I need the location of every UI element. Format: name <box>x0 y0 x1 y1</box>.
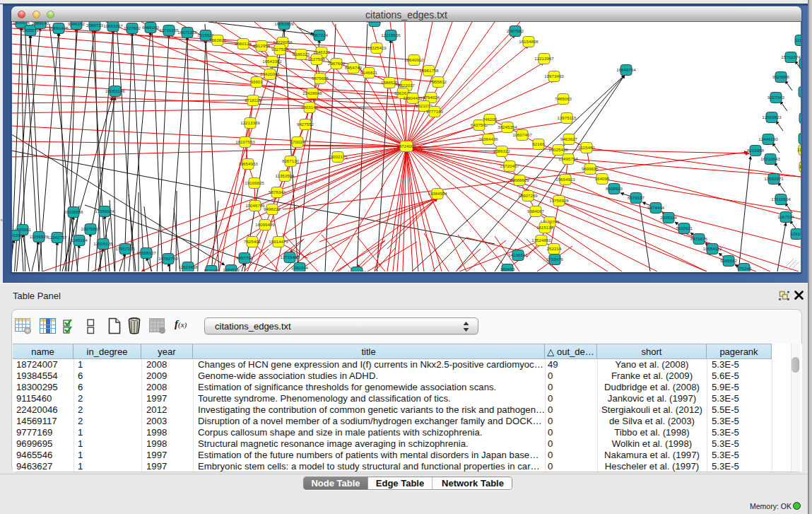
svg-text:5875685: 5875685 <box>312 76 329 81</box>
svg-text:9474444: 9474444 <box>647 205 665 210</box>
svg-text:12213967: 12213967 <box>534 56 554 61</box>
svg-text:13495794: 13495794 <box>558 156 578 161</box>
svg-text:116262: 116262 <box>797 147 801 152</box>
svg-text:2386322: 2386322 <box>493 148 511 153</box>
svg-text:10607467: 10607467 <box>512 132 532 137</box>
svg-text:9777169: 9777169 <box>426 109 444 114</box>
svg-text:2967608: 2967608 <box>328 61 346 66</box>
svg-text:7955812: 7955812 <box>430 79 447 84</box>
svg-text:7663822: 7663822 <box>209 37 227 42</box>
svg-text:12923468: 12923468 <box>178 264 198 269</box>
svg-text:16099489: 16099489 <box>255 222 275 227</box>
svg-text:13923468: 13923468 <box>347 269 367 271</box>
svg-text:9327504: 9327504 <box>271 47 289 52</box>
svg-text:11156829: 11156829 <box>30 234 49 239</box>
svg-text:16671355: 16671355 <box>177 30 197 35</box>
svg-text:9699695: 9699695 <box>582 166 599 171</box>
svg-text:16210643: 16210643 <box>760 156 780 161</box>
svg-text:13002175: 13002175 <box>328 154 348 159</box>
svg-text:19756928: 19756928 <box>549 198 569 203</box>
svg-text:19654923: 19654923 <box>555 177 575 182</box>
svg-text:15720407: 15720407 <box>500 163 519 168</box>
svg-text:2089140: 2089140 <box>32 22 49 25</box>
svg-text:10654112: 10654112 <box>702 246 722 251</box>
svg-text:1588520: 1588520 <box>381 80 399 85</box>
svg-text:18907269: 18907269 <box>518 193 538 198</box>
svg-text:6579197: 6579197 <box>628 195 645 200</box>
svg-text:2803144: 2803144 <box>301 105 319 110</box>
svg-text:8813054: 8813054 <box>366 22 384 23</box>
svg-text:8938923: 8938923 <box>606 186 623 191</box>
svg-text:1092344: 1092344 <box>291 265 309 270</box>
svg-text:13592971: 13592971 <box>764 176 784 181</box>
svg-text:18724007: 18724007 <box>396 144 416 148</box>
svg-text:7625402: 7625402 <box>244 239 261 244</box>
svg-text:7357224: 7357224 <box>311 33 329 37</box>
svg-text:1167534: 1167534 <box>777 214 794 219</box>
svg-text:20206556: 20206556 <box>64 209 83 214</box>
svg-text:8267130: 8267130 <box>282 158 300 163</box>
svg-text:19904: 19904 <box>799 164 801 169</box>
svg-text:9384067: 9384067 <box>527 209 545 214</box>
svg-text:10975867: 10975867 <box>81 226 100 231</box>
svg-text:2089733: 2089733 <box>86 23 104 28</box>
svg-text:13716485: 13716485 <box>280 255 300 259</box>
svg-text:10719155: 10719155 <box>159 28 179 33</box>
svg-text:16782759: 16782759 <box>158 256 178 261</box>
svg-text:9146821: 9146821 <box>360 70 378 75</box>
svg-text:1527602: 1527602 <box>124 25 141 30</box>
svg-text:5878342: 5878342 <box>269 189 286 194</box>
svg-text:8186323: 8186323 <box>293 52 310 57</box>
svg-text:38245354: 38245354 <box>498 124 517 129</box>
svg-text:10688609: 10688609 <box>510 177 529 182</box>
svg-text:9427552: 9427552 <box>297 122 314 127</box>
svg-text:13325419: 13325419 <box>367 45 387 50</box>
svg-text:6794024: 6794024 <box>423 95 440 100</box>
svg-text:93901: 93901 <box>250 79 263 84</box>
svg-text:11121: 11121 <box>795 37 801 42</box>
svg-text:1145194: 1145194 <box>71 238 88 243</box>
svg-text:19166825: 19166825 <box>245 180 264 185</box>
svg-text:9660124: 9660124 <box>235 41 252 46</box>
svg-text:12218506: 12218506 <box>381 33 401 37</box>
svg-text:15751074: 15751074 <box>781 54 801 59</box>
svg-text:17010504: 17010504 <box>771 197 791 201</box>
svg-text:8471676: 8471676 <box>690 236 708 241</box>
svg-text:16107553: 16107553 <box>235 139 255 144</box>
svg-text:8322037: 8322037 <box>398 83 416 88</box>
svg-text:16648764: 16648764 <box>616 67 636 72</box>
svg-text:20891406: 20891406 <box>49 25 69 30</box>
svg-text:1733476: 1733476 <box>546 257 564 262</box>
svg-text:8454749: 8454749 <box>345 65 363 70</box>
svg-text:973246: 973246 <box>204 268 219 271</box>
svg-text:1405574: 1405574 <box>13 22 30 25</box>
svg-text:17359924: 17359924 <box>95 209 114 214</box>
svg-text:12342757: 12342757 <box>47 235 67 240</box>
svg-text:10046786: 10046786 <box>245 203 265 208</box>
svg-text:9457791: 9457791 <box>236 255 254 260</box>
svg-text:746206: 746206 <box>483 117 498 122</box>
svg-text:170024: 170024 <box>290 139 305 144</box>
svg-text:23420046: 23420046 <box>260 71 280 76</box>
svg-text:10025438: 10025438 <box>548 147 568 152</box>
svg-text:9115460: 9115460 <box>578 145 595 150</box>
svg-text:12213369: 12213369 <box>240 120 260 125</box>
svg-text:16154808: 16154808 <box>519 39 539 44</box>
svg-text:9529986: 9529986 <box>772 74 790 79</box>
svg-text:19384554: 19384554 <box>428 191 447 196</box>
svg-text:8912954: 8912954 <box>253 43 271 48</box>
svg-text:62166: 62166 <box>532 141 545 146</box>
svg-text:9245652: 9245652 <box>720 258 738 263</box>
svg-text:10958107: 10958107 <box>136 250 156 255</box>
svg-text:22428648: 22428648 <box>302 90 322 95</box>
svg-text:9127508: 9127508 <box>308 57 326 62</box>
svg-text:12810: 12810 <box>790 231 801 236</box>
svg-text:6466160: 6466160 <box>142 25 160 30</box>
svg-text:16914479: 16914479 <box>269 239 288 244</box>
svg-text:2935114: 2935114 <box>660 215 677 220</box>
svg-text:20364436: 20364436 <box>478 136 498 141</box>
svg-text:16543362: 16543362 <box>262 59 282 64</box>
svg-text:12444190: 12444190 <box>758 136 778 141</box>
svg-text:9463627: 9463627 <box>560 136 578 141</box>
svg-text:975246: 975246 <box>737 266 752 271</box>
